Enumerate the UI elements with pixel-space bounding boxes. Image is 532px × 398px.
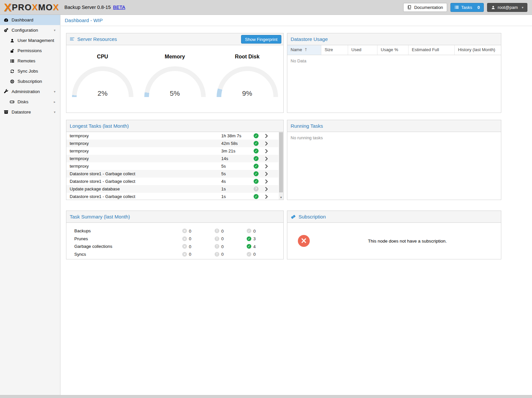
wrench-icon: [3, 89, 9, 94]
longest-tasks-panel: Longest Tasks (last Month) termproxy 1h …: [66, 120, 284, 200]
scrollbar[interactable]: ▾: [279, 132, 283, 200]
running-tasks-title: Running Tasks: [291, 123, 323, 129]
ticket-icon: [291, 214, 296, 219]
sidebar-item-remotes[interactable]: Remotes: [0, 56, 60, 66]
sidebar-item-label: User Management: [18, 38, 54, 43]
warning-circle-icon: [215, 229, 219, 233]
tachometer-icon: [3, 17, 9, 22]
page-title: Dashboard - WIP: [61, 15, 532, 26]
sidebar-item-label: Permissions: [18, 48, 42, 53]
sidebar-nav: Dashboard: [0, 15, 60, 395]
sidebar-item-permissions[interactable]: Permissions: [0, 46, 60, 56]
proxmox-x-mark: X: [4, 2, 11, 13]
task-summary-panel: Task Summary (last Month) Backups 0 0 0 …: [66, 211, 284, 259]
sidebar-item-user-management[interactable]: User Management: [0, 35, 60, 46]
column-header-estimated-full[interactable]: Estimated Full: [408, 45, 455, 55]
task-status-ok-icon: [254, 171, 259, 176]
sidebar-item-dashboard[interactable]: Dashboard: [0, 15, 60, 25]
user-menu-button[interactable]: root@pam ▾: [487, 3, 527, 12]
warning-count: 0: [215, 236, 224, 241]
user-icon: [491, 5, 495, 10]
task-row[interactable]: Update package database 1s: [66, 185, 278, 193]
server-resources-panel: Server Resources Show Fingerprint CPU 2%…: [66, 33, 284, 113]
server-resources-title: Server Resources: [77, 36, 117, 42]
error-count: 0: [182, 236, 191, 241]
tasks-label: Tasks: [461, 5, 472, 10]
subscription-message: This node does not have a subscription.: [320, 223, 494, 259]
task-row[interactable]: Datastore store1 - Garbage collect 4s: [66, 178, 278, 185]
logo-segment: X: [53, 3, 59, 12]
logo-segment: PRO: [12, 3, 32, 12]
task-row[interactable]: termproxy 3m 21s: [66, 147, 278, 155]
user-label: root@pam: [498, 5, 518, 10]
beta-link[interactable]: BETA: [113, 5, 125, 10]
task-name: termproxy: [70, 133, 89, 138]
product-version-label: Backup Server 0.8-15: [64, 5, 111, 10]
sidebar-item-administration[interactable]: Administration ▾: [0, 86, 60, 97]
ok-circle-icon: [247, 244, 251, 249]
task-name: termproxy: [70, 149, 89, 153]
open-task-chevron-icon[interactable]: [265, 134, 268, 138]
open-task-chevron-icon[interactable]: [265, 187, 268, 191]
tasks-button[interactable]: Tasks 0: [450, 3, 484, 12]
task-duration: 4s: [221, 179, 226, 184]
open-task-chevron-icon[interactable]: [265, 149, 268, 153]
column-header-usage-pct[interactable]: Usage %: [377, 45, 408, 55]
task-summary-header: Task Summary (last Month): [66, 211, 283, 223]
open-task-chevron-icon[interactable]: [265, 172, 268, 176]
task-status-ok-icon: [254, 179, 259, 184]
column-header-name[interactable]: Name↑: [287, 45, 321, 55]
longest-tasks-header: Longest Tasks (last Month): [66, 120, 283, 132]
sidebar-item-label: Sync Jobs: [18, 69, 38, 74]
open-task-chevron-icon[interactable]: [265, 141, 268, 146]
ok-circle-icon: [247, 229, 251, 233]
chevron-down-icon: ▾: [54, 110, 55, 114]
bars-icon: [70, 37, 75, 42]
error-circle-icon: [182, 244, 187, 249]
error-count: 0: [182, 252, 191, 257]
open-task-chevron-icon[interactable]: [265, 164, 268, 169]
task-duration: 5s: [221, 164, 226, 169]
column-header-used[interactable]: Used: [348, 45, 377, 55]
column-header-history[interactable]: History (last Month): [455, 45, 501, 55]
task-duration: 1h 38m 7s: [221, 133, 241, 138]
scrollbar-down-arrow[interactable]: ▾: [279, 195, 283, 200]
documentation-button[interactable]: Documentation: [403, 3, 447, 12]
datastore-table-header: Name↑ Size Used Usage % Estimated Full H…: [287, 45, 501, 55]
task-row[interactable]: Datastore store1 - Garbage collect 5s: [66, 170, 278, 178]
cpu-gauge-arc: 2%: [72, 66, 133, 97]
task-row[interactable]: termproxy 42m 58s: [66, 140, 278, 147]
sidebar-item-subscription[interactable]: Subscription: [0, 76, 60, 86]
task-row[interactable]: Datastore store1 - Garbage collect 1s: [66, 193, 278, 200]
task-row[interactable]: termproxy 5s: [66, 162, 278, 170]
sort-asc-icon: ↑: [304, 47, 308, 52]
task-duration: 42m 58s: [221, 141, 238, 146]
ok-count: 4: [247, 244, 256, 249]
subscription-title: Subscription: [299, 214, 326, 219]
task-duration: 1s: [221, 194, 226, 199]
server-resources-header: Server Resources Show Fingerprint: [66, 33, 283, 45]
error-circle-icon: [182, 252, 187, 256]
top-bar: X PRO X MO X Backup Server 0.8-15 BETA D…: [0, 0, 532, 15]
proxmox-logo: X PRO X MO X: [4, 2, 59, 13]
task-name: Datastore store1 - Garbage collect: [70, 179, 135, 184]
subscription-header: Subscription: [287, 211, 501, 223]
task-row[interactable]: termproxy 14s: [66, 155, 278, 162]
sidebar-item-label: Configuration: [12, 28, 38, 33]
column-header-size[interactable]: Size: [321, 45, 348, 55]
show-fingerprint-button[interactable]: Show Fingerprint: [241, 35, 281, 44]
memory-gauge-arc: 5%: [144, 66, 206, 97]
sidebar-item-label: Dashboard: [12, 17, 33, 22]
open-task-chevron-icon[interactable]: [265, 156, 268, 161]
hdd-icon: [9, 99, 15, 104]
open-task-chevron-icon[interactable]: [265, 194, 268, 199]
task-status-ok-icon: [254, 156, 259, 161]
open-task-chevron-icon[interactable]: [265, 179, 268, 184]
sidebar-item-configuration[interactable]: Configuration ▾: [0, 25, 60, 35]
sidebar-item-datastore[interactable]: Datastore ▾: [0, 107, 60, 117]
scrollbar-thumb[interactable]: [279, 132, 283, 192]
page-title-text: Dashboard - WIP: [65, 17, 103, 23]
sidebar-item-sync-jobs[interactable]: Sync Jobs: [0, 66, 60, 76]
sidebar-item-disks[interactable]: Disks ▸: [0, 97, 60, 107]
task-row[interactable]: termproxy 1h 38m 7s: [66, 132, 278, 140]
